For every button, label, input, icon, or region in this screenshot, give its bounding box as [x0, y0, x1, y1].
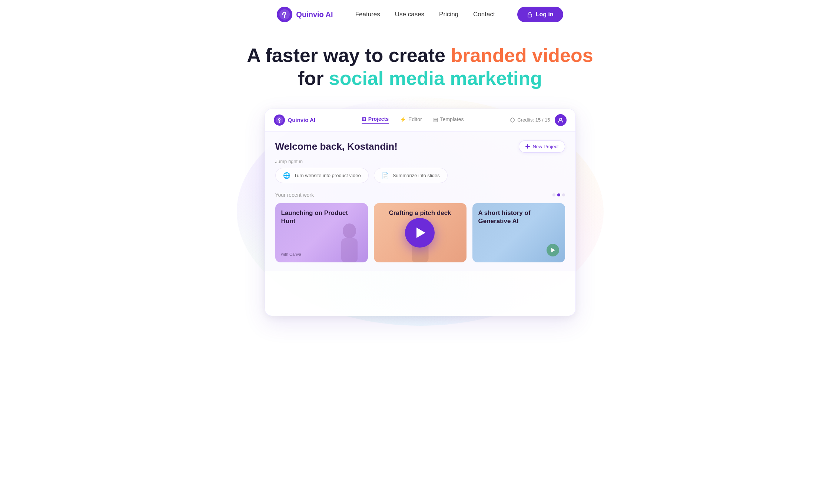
quick-actions: 🌐 Turn website into product video 📄 Summ… [275, 168, 565, 183]
card-launching-sub: with Canva [281, 252, 301, 256]
quick-action-slides-label: Summarize into slides [393, 173, 440, 178]
tab-projects[interactable]: ⊞ Projects [362, 116, 389, 124]
nav-logo-text: Quinvio AI [296, 10, 333, 19]
pagination-dots [552, 193, 565, 196]
play-triangle-large [416, 228, 425, 238]
card-ai-history-title: A short history of Generative AI [478, 209, 559, 225]
nav-features[interactable]: Features [355, 11, 380, 18]
dot-2[interactable] [557, 193, 560, 196]
card-launching-title: Launching on Product Hunt [281, 209, 362, 225]
big-play-button[interactable] [405, 218, 435, 248]
svg-rect-10 [341, 238, 358, 262]
mockup-wrapper: Quinvio AI ⊞ Projects ⚡ Editor ▤ Templat… [253, 109, 587, 316]
quick-action-website-label: Turn website into product video [294, 173, 361, 178]
jump-label: Jump right in [275, 159, 565, 164]
hero-line2-start: for [298, 67, 329, 89]
hero-line1-start: A faster way to create [247, 44, 451, 66]
credits-badge: Credits: 15 / 15 [510, 117, 550, 123]
nav-pricing[interactable]: Pricing [439, 11, 458, 18]
svg-point-2 [284, 17, 285, 18]
nav-use-cases[interactable]: Use cases [395, 11, 424, 18]
app-logo-icon [274, 115, 285, 126]
card-launching[interactable]: Launching on Product Hunt with Canva [275, 203, 368, 262]
svg-marker-7 [510, 118, 515, 122]
lightning-icon: ⚡ [400, 116, 406, 122]
svg-rect-3 [528, 14, 532, 17]
doc-icon: 📄 [382, 172, 389, 179]
app-window: Quinvio AI ⊞ Projects ⚡ Editor ▤ Templat… [265, 109, 576, 316]
card-ai-history[interactable]: A short history of Generative AI [472, 203, 565, 262]
app-navbar: Quinvio AI ⊞ Projects ⚡ Editor ▤ Templat… [265, 109, 575, 132]
plus-icon [525, 144, 530, 149]
user-icon [558, 117, 564, 123]
quick-action-website[interactable]: 🌐 Turn website into product video [275, 168, 369, 183]
welcome-text: Welcome back, Kostandin! [275, 141, 398, 152]
svg-point-6 [279, 122, 279, 123]
nav-links: Features Use cases Pricing Contact [355, 11, 495, 18]
template-icon: ▤ [433, 116, 438, 122]
hero-branded: branded videos [451, 44, 593, 66]
new-project-label: New Project [532, 144, 558, 149]
globe-icon: 🌐 [283, 172, 290, 179]
hero-headline: A faster way to create branded videos fo… [7, 44, 833, 90]
svg-point-9 [343, 223, 356, 238]
recent-cards-container: Launching on Product Hunt with Canva Cra… [275, 203, 565, 262]
dot-3[interactable] [562, 193, 565, 196]
app-nav-tabs: ⊞ Projects ⚡ Editor ▤ Templates [362, 116, 464, 124]
bottom-gradient [265, 271, 575, 316]
credits-text: Credits: 15 / 15 [517, 117, 550, 123]
app-avatar[interactable] [555, 114, 567, 126]
hero-social: social media marketing [329, 67, 542, 89]
tab-templates[interactable]: ▤ Templates [433, 116, 464, 124]
nav-logo[interactable]: Quinvio AI [277, 7, 333, 22]
app-header-row: Welcome back, Kostandin! New Project [275, 140, 565, 153]
lock-icon [527, 11, 533, 17]
tab-editor[interactable]: ⚡ Editor [400, 116, 422, 124]
app-logo: Quinvio AI [274, 115, 315, 126]
new-project-button[interactable]: New Project [519, 140, 565, 153]
play-triangle-small [551, 248, 555, 252]
card-pitch-title: Crafting a pitch deck [374, 209, 467, 217]
login-button[interactable]: Log in [517, 7, 563, 22]
dot-1[interactable] [552, 193, 555, 196]
person-silhouette-1 [335, 222, 364, 262]
diamond-icon [510, 117, 515, 123]
navbar: Quinvio AI Features Use cases Pricing Co… [0, 0, 840, 29]
card-play-button[interactable] [547, 244, 559, 256]
hero-section: A faster way to create branded videos fo… [0, 29, 840, 97]
layers-icon: ⊞ [362, 116, 366, 122]
recent-label: Your recent work [275, 192, 314, 198]
nav-logo-icon [277, 7, 292, 22]
recent-label-row: Your recent work [275, 192, 565, 198]
app-content: Welcome back, Kostandin! New Project Jum… [265, 132, 575, 271]
quick-action-slides[interactable]: 📄 Summarize into slides [374, 168, 448, 183]
login-label: Log in [536, 11, 554, 18]
app-logo-text: Quinvio AI [288, 117, 315, 123]
nav-contact[interactable]: Contact [473, 11, 495, 18]
app-nav-right: Credits: 15 / 15 [510, 114, 566, 126]
